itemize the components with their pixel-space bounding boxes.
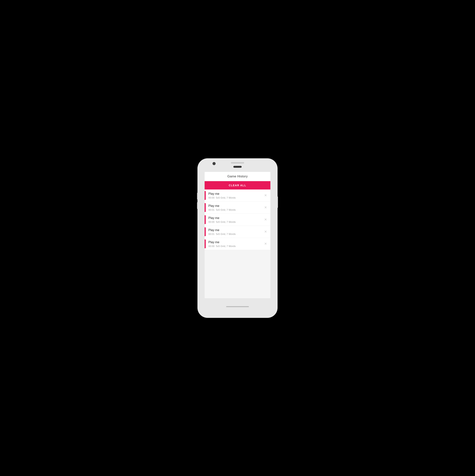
- phone-top-bar: [198, 159, 277, 172]
- item-subtitle: 00:00 5x5 Grid, 7 Words: [208, 196, 267, 199]
- screen-header: Game History: [204, 172, 271, 181]
- list-item[interactable]: Play me 00:00 5x5 Grid, 7 Words ✕: [204, 214, 271, 226]
- volume-up-button[interactable]: [197, 193, 198, 200]
- item-title: Play me: [208, 216, 267, 220]
- item-subtitle: 00:00 5x5 Grid, 7 Words: [208, 221, 267, 223]
- item-content: Play me 00:00 5x5 Grid, 7 Words: [206, 238, 271, 250]
- item-content: Play me 00:01 5x5 Grid, 7 Words: [206, 226, 271, 238]
- list-item[interactable]: Play me 00:01 5x5 Grid, 7 Words ✕: [204, 226, 271, 238]
- phone-device: Game History CLEAR ALL Play me 00:00 5x5…: [198, 159, 277, 318]
- list-item[interactable]: Play me 00:00 5x5 Grid, 7 Words ✕: [204, 189, 271, 202]
- clear-all-button[interactable]: CLEAR ALL: [204, 181, 271, 189]
- item-title: Play me: [208, 228, 267, 232]
- page-title: Game History: [227, 174, 248, 178]
- power-button[interactable]: [277, 197, 278, 208]
- volume-down-button[interactable]: [197, 202, 198, 209]
- item-title: Play me: [208, 192, 267, 196]
- item-content: Play me 00:00 5x5 Grid, 7 Words: [206, 189, 271, 201]
- home-indicator[interactable]: [226, 306, 249, 307]
- item-title: Play me: [208, 204, 267, 208]
- camera-icon: [213, 162, 216, 165]
- item-content: Play me 00:01 5x5 Grid, 7 Words: [206, 202, 271, 214]
- item-subtitle: 00:01 5x5 Grid, 7 Words: [208, 208, 267, 211]
- phone-screen: Game History CLEAR ALL Play me 00:00 5x5…: [204, 172, 271, 298]
- game-history-list: Play me 00:00 5x5 Grid, 7 Words ✕ Play m…: [204, 189, 271, 298]
- list-item[interactable]: Play me 00:00 5x5 Grid, 7 Words ✕: [204, 238, 271, 250]
- item-title: Play me: [208, 240, 267, 244]
- speaker-grill: [231, 162, 244, 164]
- earpiece: [233, 166, 242, 168]
- item-close-button[interactable]: ✕: [263, 205, 268, 210]
- item-subtitle: 00:00 5x5 Grid, 7 Words: [208, 245, 267, 248]
- list-item[interactable]: Play me 00:01 5x5 Grid, 7 Words ✕: [204, 202, 271, 214]
- item-close-button[interactable]: ✕: [263, 217, 268, 222]
- phone-bottom: [226, 298, 249, 318]
- item-close-button[interactable]: ✕: [263, 241, 268, 246]
- item-close-button[interactable]: ✕: [263, 193, 268, 198]
- item-subtitle: 00:01 5x5 Grid, 7 Words: [208, 233, 267, 236]
- item-content: Play me 00:00 5x5 Grid, 7 Words: [206, 214, 271, 226]
- item-close-button[interactable]: ✕: [263, 229, 268, 234]
